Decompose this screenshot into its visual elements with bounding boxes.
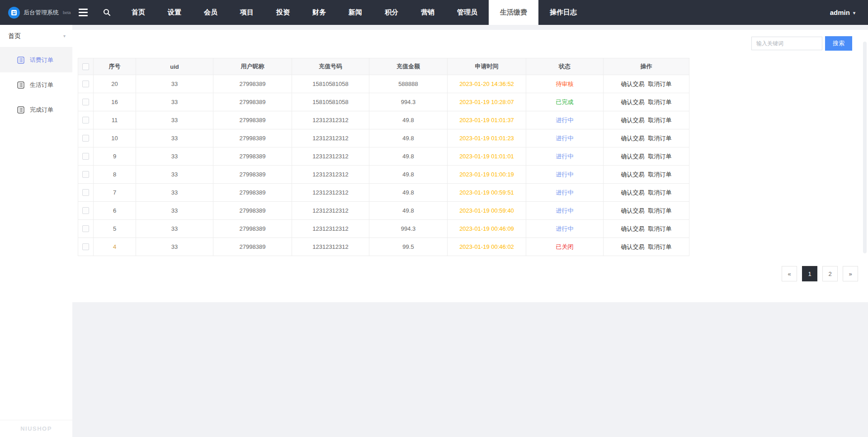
confirm-trade-link[interactable]: 确认交易 bbox=[621, 171, 645, 178]
number-cell: 12312312312 bbox=[292, 129, 369, 147]
pagination-page-1[interactable]: 1 bbox=[802, 266, 817, 281]
nav-item-2[interactable]: 设置 bbox=[156, 0, 193, 25]
nav-item-3[interactable]: 会员 bbox=[193, 0, 229, 25]
serial-cell: 5 bbox=[94, 220, 136, 238]
actions-cell: 确认交易取消订单 bbox=[604, 129, 689, 147]
cancel-order-link[interactable]: 取消订单 bbox=[648, 153, 672, 160]
confirm-trade-link[interactable]: 确认交易 bbox=[621, 135, 645, 142]
pagination-next-button[interactable]: » bbox=[843, 266, 858, 281]
actions-cell: 确认交易取消订单 bbox=[604, 147, 689, 166]
sidebar-items: 话费订单生活订单完成订单 bbox=[0, 48, 72, 122]
number-cell: 12312312312 bbox=[292, 147, 369, 166]
sidebar-item-3[interactable]: 完成订单 bbox=[0, 97, 72, 122]
row-checkbox-cell bbox=[78, 166, 94, 184]
select-all-checkbox[interactable] bbox=[82, 63, 89, 70]
cancel-order-link[interactable]: 取消订单 bbox=[648, 117, 672, 124]
sidebar-item-1[interactable]: 话费订单 bbox=[0, 48, 72, 72]
row-checkbox[interactable] bbox=[82, 153, 89, 160]
nav-item-5[interactable]: 投资 bbox=[265, 0, 301, 25]
cancel-order-link[interactable]: 取消订单 bbox=[648, 189, 672, 196]
pagination: «12» bbox=[72, 256, 868, 281]
sidebar-section-home[interactable]: 首页 ▾ bbox=[0, 25, 72, 48]
cancel-order-link[interactable]: 取消订单 bbox=[648, 135, 672, 142]
serial-cell: 6 bbox=[94, 202, 136, 220]
cancel-order-link[interactable]: 取消订单 bbox=[648, 207, 672, 214]
list-icon bbox=[17, 106, 24, 114]
nav-item-11[interactable]: 生活缴费 bbox=[489, 0, 538, 25]
amount-cell: 49.8 bbox=[369, 129, 448, 147]
nav-item-12[interactable]: 操作日志 bbox=[538, 0, 588, 25]
cancel-order-link[interactable]: 取消订单 bbox=[648, 243, 672, 250]
uid-cell: 33 bbox=[136, 184, 213, 202]
actions-cell: 确认交易取消订单 bbox=[604, 93, 689, 111]
confirm-trade-link[interactable]: 确认交易 bbox=[621, 225, 645, 232]
column-header: 状态 bbox=[526, 58, 604, 75]
serial-cell: 16 bbox=[94, 93, 136, 111]
table-row: 5332799838912312312312994.32023-01-19 00… bbox=[78, 220, 689, 238]
row-checkbox[interactable] bbox=[82, 207, 89, 214]
search-input[interactable] bbox=[751, 37, 822, 50]
cancel-order-link[interactable]: 取消订单 bbox=[648, 171, 672, 178]
nav-item-4[interactable]: 项目 bbox=[229, 0, 265, 25]
pagination-page-2[interactable]: 2 bbox=[822, 266, 838, 281]
nickname-cell: 27998389 bbox=[213, 93, 292, 111]
status-cell: 进行中 bbox=[526, 147, 604, 166]
number-cell: 12312312312 bbox=[292, 220, 369, 238]
nav-item-9[interactable]: 营销 bbox=[410, 0, 446, 25]
row-checkbox[interactable] bbox=[82, 225, 89, 232]
status-cell: 待审核 bbox=[526, 75, 604, 93]
confirm-trade-link[interactable]: 确认交易 bbox=[621, 117, 645, 124]
row-checkbox-cell bbox=[78, 220, 94, 238]
status-cell: 进行中 bbox=[526, 202, 604, 220]
uid-cell: 33 bbox=[136, 75, 213, 93]
confirm-trade-link[interactable]: 确认交易 bbox=[621, 207, 645, 214]
confirm-trade-link[interactable]: 确认交易 bbox=[621, 99, 645, 105]
number-cell: 12312312312 bbox=[292, 111, 369, 129]
row-checkbox[interactable] bbox=[82, 99, 89, 105]
confirm-trade-link[interactable]: 确认交易 bbox=[621, 81, 645, 87]
uid-cell: 33 bbox=[136, 147, 213, 166]
row-checkbox[interactable] bbox=[82, 243, 89, 250]
actions-cell: 确认交易取消订单 bbox=[604, 184, 689, 202]
confirm-trade-link[interactable]: 确认交易 bbox=[621, 189, 645, 196]
nav-item-1[interactable]: 首页 bbox=[120, 0, 156, 25]
cancel-order-link[interactable]: 取消订单 bbox=[648, 225, 672, 232]
row-checkbox[interactable] bbox=[82, 171, 89, 178]
nickname-cell: 27998389 bbox=[213, 238, 292, 256]
pagination-prev-button[interactable]: « bbox=[782, 266, 797, 281]
nickname-cell: 27998389 bbox=[213, 220, 292, 238]
number-cell: 15810581058 bbox=[292, 75, 369, 93]
row-checkbox[interactable] bbox=[82, 189, 89, 196]
search-button[interactable]: 搜索 bbox=[825, 36, 852, 51]
nav-item-6[interactable]: 财务 bbox=[301, 0, 337, 25]
actions-cell: 确认交易取消订单 bbox=[604, 111, 689, 129]
brand-logo-icon bbox=[8, 7, 20, 19]
hamburger-menu-button[interactable] bbox=[71, 0, 95, 25]
list-icon bbox=[17, 81, 24, 89]
actions-cell: 确认交易取消订单 bbox=[604, 238, 689, 256]
beta-badge: beta bbox=[63, 10, 71, 15]
number-cell: 12312312312 bbox=[292, 202, 369, 220]
cancel-order-link[interactable]: 取消订单 bbox=[648, 99, 672, 105]
row-checkbox[interactable] bbox=[82, 117, 89, 124]
nickname-cell: 27998389 bbox=[213, 111, 292, 129]
row-checkbox[interactable] bbox=[82, 135, 89, 142]
chevron-down-icon: ▾ bbox=[853, 10, 855, 15]
uid-cell: 33 bbox=[136, 238, 213, 256]
row-checkbox[interactable] bbox=[82, 81, 89, 87]
status-cell: 进行中 bbox=[526, 184, 604, 202]
nav-item-8[interactable]: 积分 bbox=[373, 0, 410, 25]
confirm-trade-link[interactable]: 确认交易 bbox=[621, 153, 645, 160]
nav-item-7[interactable]: 新闻 bbox=[337, 0, 373, 25]
nav-item-10[interactable]: 管理员 bbox=[446, 0, 489, 25]
sidebar-item-2[interactable]: 生活订单 bbox=[0, 72, 72, 97]
cancel-order-link[interactable]: 取消订单 bbox=[648, 81, 672, 87]
confirm-trade-link[interactable]: 确认交易 bbox=[621, 243, 645, 250]
nav-search-button[interactable] bbox=[95, 0, 118, 25]
orders-table: 序号uid用户昵称充值号码充值金额申请时间状态操作 20332799838915… bbox=[78, 58, 689, 256]
user-menu[interactable]: admin ▾ bbox=[830, 0, 868, 25]
serial-cell: 4 bbox=[94, 238, 136, 256]
row-checkbox-cell bbox=[78, 238, 94, 256]
vertical-scrollbar[interactable] bbox=[863, 42, 867, 253]
row-checkbox-cell bbox=[78, 147, 94, 166]
